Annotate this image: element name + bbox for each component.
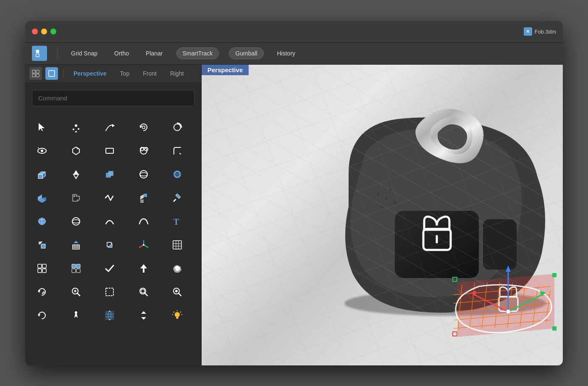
svg-marker-59 [74, 241, 79, 243]
svg-marker-40 [140, 194, 144, 200]
svg-rect-73 [38, 269, 42, 273]
svg-rect-91 [141, 289, 144, 293]
svg-point-93 [175, 290, 178, 292]
svg-line-140 [508, 295, 542, 312]
tool-fillet[interactable] [165, 140, 190, 162]
tool-move[interactable] [29, 234, 55, 256]
tool-panel1[interactable] [29, 257, 55, 279]
tool-zoom-window[interactable] [131, 281, 156, 303]
svg-line-136 [546, 291, 550, 322]
gumball-button[interactable]: Gumball [229, 47, 263, 59]
tool-eye[interactable] [29, 140, 55, 162]
svg-point-119 [394, 201, 396, 204]
tool-blob[interactable] [165, 257, 190, 279]
svg-point-117 [381, 205, 383, 208]
svg-line-90 [145, 293, 147, 296]
svg-rect-74 [42, 269, 46, 273]
history-button[interactable]: History [274, 48, 299, 58]
svg-marker-139 [506, 265, 511, 272]
tool-mesh-box[interactable] [29, 163, 55, 185]
close-button[interactable] [32, 29, 38, 34]
tool-arrow-up[interactable] [131, 257, 156, 279]
viewport-icon-button[interactable] [32, 46, 47, 61]
svg-line-94 [178, 293, 181, 296]
svg-rect-147 [453, 332, 457, 336]
tool-poly[interactable] [63, 140, 89, 162]
tool-dir[interactable] [63, 163, 89, 185]
grid-view-icon[interactable] [29, 67, 42, 80]
tool-point-edit[interactable] [131, 187, 156, 209]
tool-star[interactable] [131, 140, 156, 162]
tab-perspective[interactable]: Perspective [68, 68, 112, 79]
tool-sphere[interactable] [131, 163, 156, 185]
tool-sphere-solid[interactable] [29, 210, 55, 232]
tab-top[interactable]: Top [115, 68, 135, 79]
tool-curve2[interactable] [131, 210, 156, 232]
tab-right[interactable]: Right [165, 68, 189, 79]
tool-rotate[interactable] [131, 116, 156, 138]
title-bar: R Fob.3dm [25, 21, 563, 43]
svg-point-31 [140, 171, 147, 178]
smarttrack-button[interactable]: SmartTrack [176, 47, 219, 59]
tool-orbit[interactable] [29, 305, 55, 326]
tool-select[interactable] [29, 116, 55, 138]
tool-ring[interactable] [165, 163, 190, 185]
svg-marker-13 [112, 124, 115, 127]
minimize-button[interactable] [41, 29, 47, 34]
tool-circle[interactable] [165, 116, 190, 138]
single-view-icon[interactable] [45, 67, 58, 80]
tool-rotate2[interactable] [29, 281, 55, 303]
tab-front[interactable]: Front [138, 68, 162, 79]
svg-rect-6 [32, 74, 35, 77]
svg-rect-5 [36, 70, 39, 73]
viewport-panel[interactable]: Perspective [202, 65, 563, 365]
tool-up-down[interactable] [131, 305, 156, 326]
tool-boolean[interactable] [97, 163, 122, 185]
tool-surface2[interactable] [63, 234, 89, 256]
svg-line-129 [458, 284, 462, 331]
tool-puzzle[interactable] [63, 187, 89, 209]
svg-rect-2 [36, 50, 39, 53]
tool-gumball[interactable] [131, 234, 156, 256]
tool-grid-snap[interactable] [165, 234, 190, 256]
tool-panel2[interactable] [63, 257, 89, 279]
tool-rect[interactable] [97, 140, 122, 162]
svg-marker-82 [38, 290, 40, 293]
svg-point-96 [75, 311, 77, 314]
tool-text[interactable]: T [165, 210, 190, 232]
svg-rect-8 [49, 71, 55, 76]
svg-line-130 [470, 283, 475, 329]
viewport-label: Perspective [202, 65, 249, 75]
tool-walk[interactable] [63, 305, 89, 326]
svg-rect-72 [42, 264, 46, 268]
tool-zoom-in[interactable] [63, 281, 89, 303]
tool-grid-show[interactable] [97, 305, 122, 326]
tool-sphere-outline[interactable] [63, 210, 89, 232]
tool-sel-region[interactable] [97, 281, 122, 303]
svg-marker-141 [540, 291, 546, 296]
command-input[interactable] [32, 90, 194, 106]
tool-points[interactable] [63, 116, 89, 138]
grid-snap-button[interactable]: Grid Snap [68, 48, 101, 58]
tool-edit2[interactable] [165, 187, 190, 209]
planar-button[interactable]: Planar [142, 48, 166, 58]
tool-check[interactable] [97, 257, 122, 279]
command-area [25, 83, 201, 113]
toolbar: Grid Snap Ortho Planar SmartTrack Gumbal… [25, 43, 563, 65]
svg-point-106 [175, 312, 180, 317]
tool-solid-box[interactable] [97, 234, 122, 256]
svg-point-11 [78, 128, 79, 130]
tool-zoom-obj[interactable] [165, 281, 190, 303]
svg-rect-145 [453, 277, 457, 281]
toolbar-separator [57, 47, 58, 60]
tool-surface[interactable] [29, 187, 55, 209]
tool-arc[interactable] [97, 210, 122, 232]
ortho-button[interactable]: Ortho [111, 48, 132, 58]
tool-curve[interactable] [97, 116, 122, 138]
svg-rect-4 [32, 70, 35, 73]
tool-zigzag[interactable] [97, 187, 122, 209]
svg-point-10 [73, 129, 74, 130]
tool-lights[interactable] [165, 305, 190, 326]
maximize-button[interactable] [50, 29, 56, 34]
svg-rect-97 [105, 311, 114, 320]
